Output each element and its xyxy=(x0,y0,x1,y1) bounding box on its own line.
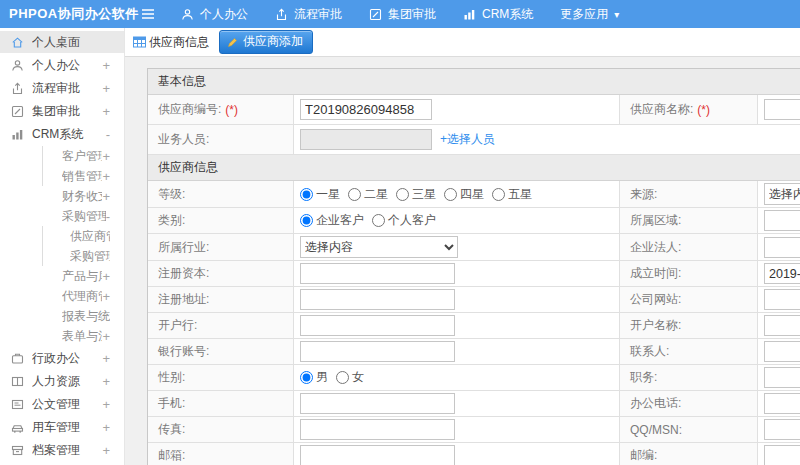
tab-supplier-add[interactable]: 供应商添加 xyxy=(219,30,313,54)
radio-enterprise[interactable]: 企业客户 xyxy=(300,212,364,229)
sidebar-item-sales-mgmt[interactable]: 销售管理 + xyxy=(0,166,124,186)
contact-input[interactable] xyxy=(764,341,800,362)
region-label: 所属区域: xyxy=(620,208,758,234)
jobtitle-input[interactable] xyxy=(764,367,800,388)
sidebar-item-purchase-mgmt[interactable]: 采购管理 - xyxy=(0,206,124,226)
accountname-label: 开户名称: xyxy=(620,313,758,339)
sidebar-item-document-mgmt[interactable]: 公文管理 + xyxy=(0,393,124,415)
sidebar-item-finance[interactable]: 财务收支 + xyxy=(0,186,124,206)
mobile-input[interactable] xyxy=(300,393,455,414)
sidebar-item-admin-office[interactable]: 行政办公 + xyxy=(0,347,124,369)
nav-personal-office[interactable]: 个人办公 xyxy=(181,6,248,23)
industry-select[interactable]: 选择内容 xyxy=(300,236,458,258)
car-icon xyxy=(10,421,24,434)
gender-label: 性别: xyxy=(148,365,294,391)
legal-label: 企业法人: xyxy=(620,234,758,261)
sidebar-item-process-approval[interactable]: 流程审批 + xyxy=(0,77,124,99)
sidebar-item-vehicle-mgmt[interactable]: 用车管理 + xyxy=(0,416,124,438)
sidebar-item-agent-mgmt[interactable]: 代理商管理 + xyxy=(0,286,124,306)
nav-group-approval[interactable]: 集团审批 xyxy=(369,6,436,23)
region-input[interactable] xyxy=(764,210,800,231)
pencil-icon xyxy=(227,36,239,48)
accountname-input[interactable] xyxy=(764,315,800,336)
qq-input[interactable] xyxy=(764,419,800,440)
website-cell xyxy=(758,287,800,313)
sidebar-item-product-inventory[interactable]: 产品与库存 + xyxy=(0,266,124,286)
upload-icon xyxy=(10,82,24,95)
sidebar-item-crm-system[interactable]: CRM系统 - xyxy=(0,123,124,145)
sidebar-item-group-approval[interactable]: 集团审批 + xyxy=(0,100,124,122)
section-basic-info: 基本信息 xyxy=(148,69,800,95)
radio-male[interactable]: 男 xyxy=(300,369,328,386)
bank-input[interactable] xyxy=(300,315,455,336)
email-input[interactable] xyxy=(300,445,455,465)
sidebar-item-form-process-settings[interactable]: 表单与流程设置 + xyxy=(0,326,124,346)
qq-cell xyxy=(758,417,800,443)
radio-star3[interactable]: 三星 xyxy=(396,186,436,203)
sidebar-item-personal-office[interactable]: 个人办公 + xyxy=(0,54,124,76)
supplier-code-input[interactable] xyxy=(300,99,432,120)
user-icon xyxy=(10,59,24,72)
radio-female[interactable]: 女 xyxy=(336,369,364,386)
website-input[interactable] xyxy=(764,289,800,310)
radio-star5[interactable]: 五星 xyxy=(492,186,532,203)
category-radio-group: 企业客户 个人客户 xyxy=(300,212,444,229)
legal-input[interactable] xyxy=(764,237,800,258)
sidebar-item-supplier-mgmt[interactable]: 供应商管理 xyxy=(0,226,124,246)
radio-input[interactable] xyxy=(372,214,385,227)
nav-crm-system[interactable]: CRM系统 xyxy=(463,6,533,23)
sidebar-item-human-resources[interactable]: 人力资源 + xyxy=(0,370,124,392)
required-marker: (*) xyxy=(697,103,710,117)
officephone-input[interactable] xyxy=(764,393,800,414)
bankno-input[interactable] xyxy=(300,341,455,362)
sidebar-item-reports-stats[interactable]: 报表与统计 xyxy=(0,306,124,326)
radio-input[interactable] xyxy=(492,188,505,201)
nav-more-apps[interactable]: 更多应用 ▾ xyxy=(560,6,619,23)
mobile-label: 手机: xyxy=(148,391,294,417)
contact-label: 联系人: xyxy=(620,339,758,365)
sidebar-item-archive-mgmt[interactable]: 档案管理 + xyxy=(0,439,124,461)
select-staff-link[interactable]: +选择人员 xyxy=(440,131,495,148)
user-icon xyxy=(181,8,194,21)
founded-cell xyxy=(758,261,800,287)
regaddr-input[interactable] xyxy=(300,289,455,310)
document-icon xyxy=(10,398,24,411)
supplier-add-form: 基本信息 供应商编号: (*) 供应商名称: (*) 业务人员: xyxy=(147,68,800,465)
radio-star2[interactable]: 二星 xyxy=(348,186,388,203)
zip-input[interactable] xyxy=(764,445,800,465)
sidebar-item-purchasing[interactable]: 采购管理 xyxy=(0,246,124,266)
radio-input[interactable] xyxy=(444,188,457,201)
tab-bar: 供应商信息 供应商添加 xyxy=(125,28,800,57)
radio-input[interactable] xyxy=(300,188,313,201)
officephone-label: 办公电话: xyxy=(620,391,758,417)
fax-input[interactable] xyxy=(300,419,455,440)
email-label: 邮箱: xyxy=(148,443,294,465)
radio-input[interactable] xyxy=(300,371,313,384)
book-icon xyxy=(10,375,24,388)
table-icon xyxy=(133,36,146,48)
topbar: PHPOA协同办公软件 个人办公 流程审批 集团审批 CRM系统 更多应用 ▾ xyxy=(0,0,800,28)
qq-label: QQ/MSN: xyxy=(620,417,758,443)
capital-input[interactable] xyxy=(300,263,455,284)
founded-input[interactable] xyxy=(764,263,800,284)
radio-star1[interactable]: 一星 xyxy=(300,186,340,203)
sidebar-item-personal-desktop[interactable]: 个人桌面 xyxy=(0,31,124,53)
radio-input[interactable] xyxy=(396,188,409,201)
section-supplier-info: 供应商信息 xyxy=(148,155,800,181)
source-select[interactable]: 选择内容 xyxy=(764,183,800,205)
tab-supplier-info[interactable]: 供应商信息 xyxy=(133,34,209,51)
radio-input[interactable] xyxy=(300,214,313,227)
region-cell xyxy=(758,208,800,234)
radio-star4[interactable]: 四星 xyxy=(444,186,484,203)
radio-input[interactable] xyxy=(348,188,361,201)
industry-label: 所属行业: xyxy=(148,234,294,261)
staff-input[interactable] xyxy=(300,129,432,150)
gender-cell: 男 女 xyxy=(294,365,620,391)
nav-process-approval[interactable]: 流程审批 xyxy=(275,6,342,23)
hamburger-menu-icon[interactable] xyxy=(141,8,155,20)
radio-input[interactable] xyxy=(336,371,349,384)
sidebar-item-customer-mgmt[interactable]: 客户管理 + xyxy=(0,146,124,166)
radio-personal[interactable]: 个人客户 xyxy=(372,212,436,229)
supplier-name-input[interactable] xyxy=(764,99,800,120)
mobile-cell xyxy=(294,391,620,417)
